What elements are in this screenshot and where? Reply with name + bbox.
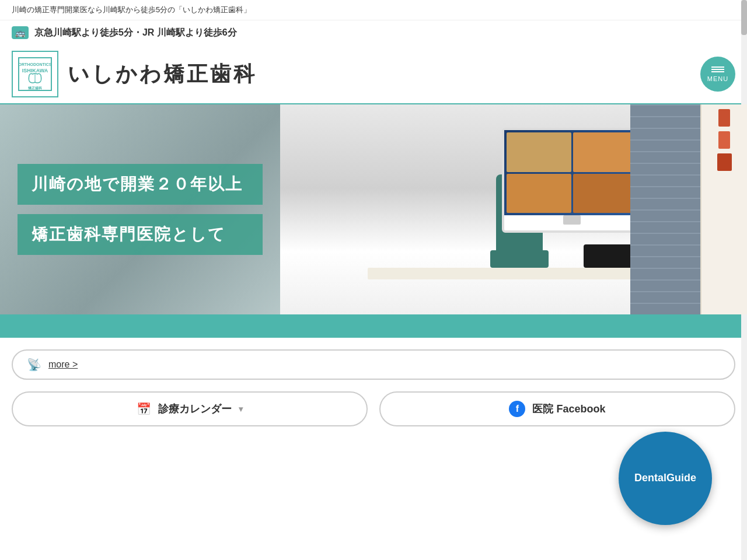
shelf-item-2 bbox=[718, 131, 730, 149]
header-left: ORTHODONTICS ISHIKAWA 矯正歯科 いしかわ矯正歯科 bbox=[12, 51, 257, 97]
tooth-image-1 bbox=[507, 132, 571, 172]
clinic-name: いしかわ矯正歯科 bbox=[68, 60, 257, 89]
hero-text-2: 矯正歯科専門医院として bbox=[32, 225, 226, 243]
shelf-item-1 bbox=[718, 109, 730, 127]
svg-text:ORTHODONTICS: ORTHODONTICS bbox=[19, 62, 52, 66]
chair-seat bbox=[490, 250, 549, 268]
facebook-label: 医院 Facebook bbox=[532, 402, 605, 416]
bus-icon: 🚌 bbox=[12, 26, 29, 39]
hero-text-block-1: 川崎の地で開業２０年以上 bbox=[18, 164, 263, 205]
dental-guide-button[interactable]: DentalGuide bbox=[619, 432, 712, 525]
calendar-button[interactable]: 📅 診療カレンダー ▾ bbox=[12, 391, 368, 426]
scrollbar-thumb[interactable] bbox=[741, 0, 747, 35]
tooth-image-4 bbox=[573, 174, 638, 214]
menu-label: MENU bbox=[707, 75, 728, 82]
logo: ORTHODONTICS ISHIKAWA 矯正歯科 bbox=[12, 51, 58, 97]
facebook-button[interactable]: f 医院 Facebook bbox=[379, 391, 735, 426]
hero-text-1: 川崎の地で開業２０年以上 bbox=[32, 175, 243, 193]
header: ORTHODONTICS ISHIKAWA 矯正歯科 いしかわ矯正歯科 MENU bbox=[0, 45, 747, 104]
svg-text:矯正歯科: 矯正歯科 bbox=[28, 86, 43, 90]
monitor-decoration bbox=[502, 128, 642, 233]
menu-bar-3 bbox=[711, 71, 724, 72]
top-bar-text: 川崎の矯正専門開業医なら川崎駅から徒歩5分の「いしかわ矯正歯科」 bbox=[12, 5, 251, 14]
more-link[interactable]: more > bbox=[48, 359, 78, 370]
menu-bar-2 bbox=[711, 69, 724, 70]
monitor-screen bbox=[504, 130, 640, 215]
transport-bar: 🚌 京急川崎駅より徒歩5分・JR 川崎駅より徒歩6分 bbox=[0, 20, 747, 45]
facebook-icon: f bbox=[509, 401, 525, 417]
transport-text: 京急川崎駅より徒歩5分・JR 川崎駅より徒歩6分 bbox=[34, 27, 237, 39]
hero-section: 川崎の地で開業２０年以上 矯正歯科専門医院として bbox=[0, 104, 747, 314]
menu-bar-1 bbox=[711, 66, 724, 68]
calendar-icon: 📅 bbox=[137, 402, 151, 416]
shelf-item-3 bbox=[717, 153, 732, 171]
svg-text:ISHIKAWA: ISHIKAWA bbox=[22, 68, 48, 74]
tooth-image-3 bbox=[507, 174, 571, 214]
hero-desk bbox=[280, 104, 747, 314]
chevron-down-icon: ▾ bbox=[239, 404, 243, 414]
more-bar[interactable]: 📡 more > bbox=[12, 349, 735, 380]
tooth-image-2 bbox=[573, 132, 638, 172]
hero-text-block-2: 矯正歯科専門医院として bbox=[18, 214, 263, 255]
wall-tiles bbox=[630, 104, 700, 314]
top-bar: 川崎の矯正専門開業医なら川崎駅から徒歩5分の「いしかわ矯正歯科」 bbox=[0, 0, 747, 20]
calendar-label: 診療カレンダー bbox=[158, 402, 232, 416]
teal-band bbox=[0, 314, 747, 338]
button-row: 📅 診療カレンダー ▾ f 医院 Facebook bbox=[12, 391, 735, 426]
rss-icon: 📡 bbox=[27, 358, 41, 372]
shelves-decoration bbox=[700, 104, 747, 314]
hero-text-overlay: 川崎の地で開業２０年以上 矯正歯科専門医院として bbox=[0, 104, 280, 314]
menu-button[interactable]: MENU bbox=[700, 57, 735, 92]
monitor-stand bbox=[563, 215, 581, 225]
dental-guide-label: DentalGuide bbox=[634, 471, 696, 485]
